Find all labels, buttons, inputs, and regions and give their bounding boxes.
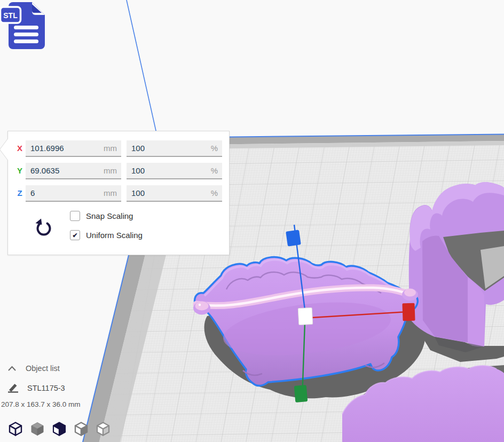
unit-mm: mm <box>104 144 121 153</box>
object-list-item-name: STL1175-3 <box>27 384 65 392</box>
unit-percent: % <box>211 188 222 198</box>
unit-percent: % <box>211 144 222 153</box>
object-dimensions: 207.8 x 163.7 x 36.0 mm <box>1 400 81 408</box>
scale-z-mm-input[interactable] <box>26 188 104 198</box>
panel-arrow <box>0 139 8 160</box>
scale-y-percent-field[interactable]: % <box>127 163 222 179</box>
scale-x-mm-field[interactable]: mm <box>26 140 121 157</box>
scale-y-percent-input[interactable] <box>127 166 211 175</box>
gizmo-handle-z[interactable] <box>286 230 301 246</box>
scale-row-y: Y mm % <box>8 163 229 179</box>
object-list-header[interactable]: Object list <box>7 364 60 373</box>
scale-y-mm-input[interactable] <box>26 166 104 175</box>
application-window: STL X mm % Y mm % <box>0 0 504 442</box>
view-3d-button[interactable] <box>7 421 23 438</box>
snap-scaling-label: Snap Scaling <box>86 211 133 220</box>
gizmo-center-handle[interactable] <box>298 307 313 325</box>
scale-row-z: Z mm % <box>8 185 229 202</box>
view-right-button[interactable] <box>94 421 111 438</box>
gizmo-handle-y[interactable] <box>294 385 308 402</box>
uniform-scaling-checkbox[interactable]: ✔ Uniform Scaling <box>70 230 143 240</box>
snap-scaling-checkbox[interactable]: Snap Scaling <box>70 211 133 221</box>
scale-z-mm-field[interactable]: mm <box>26 185 121 202</box>
stl-badge-label: STL <box>3 11 18 20</box>
pencil-icon <box>7 382 19 393</box>
scale-z-percent-field[interactable]: % <box>127 185 222 202</box>
uniform-scaling-label: Uniform Scaling <box>86 231 143 240</box>
unit-mm: mm <box>104 166 121 175</box>
reset-arrow-icon <box>35 218 53 236</box>
axis-label-y: Y <box>13 166 26 175</box>
axis-label-x: X <box>13 144 26 153</box>
view-right-icon <box>95 421 111 437</box>
view-top-icon <box>51 421 67 437</box>
view-front-icon <box>29 421 45 437</box>
view-top-button[interactable] <box>51 421 67 438</box>
build-volume-edge <box>127 0 158 138</box>
gizmo-handle-x[interactable] <box>402 303 415 321</box>
object-list-item[interactable]: STL1175-3 <box>7 382 65 393</box>
object-list-title: Object list <box>26 364 60 373</box>
uniform-scaling-box[interactable]: ✔ <box>70 230 80 240</box>
view-front-button[interactable] <box>29 421 45 438</box>
view-3d-icon <box>7 421 23 437</box>
scale-y-mm-field[interactable]: mm <box>26 163 121 179</box>
unit-mm: mm <box>104 188 121 198</box>
camera-view-toolbar <box>7 421 111 438</box>
view-left-icon <box>73 421 89 437</box>
scale-tool-panel: X mm % Y mm % Z mm <box>7 131 230 255</box>
view-left-button[interactable] <box>73 421 89 438</box>
scale-x-percent-input[interactable] <box>127 144 211 153</box>
axis-label-z: Z <box>13 188 26 198</box>
scale-x-percent-field[interactable]: % <box>127 140 222 157</box>
scale-x-mm-input[interactable] <box>26 144 104 153</box>
stl-file-icon[interactable]: STL <box>0 0 49 54</box>
scale-row-x: X mm % <box>8 140 229 157</box>
reset-scale-button[interactable] <box>34 218 54 238</box>
scale-z-percent-input[interactable] <box>127 188 211 198</box>
unit-percent: % <box>211 166 222 175</box>
snap-scaling-box[interactable] <box>70 211 80 221</box>
chevron-up-icon <box>7 366 17 372</box>
